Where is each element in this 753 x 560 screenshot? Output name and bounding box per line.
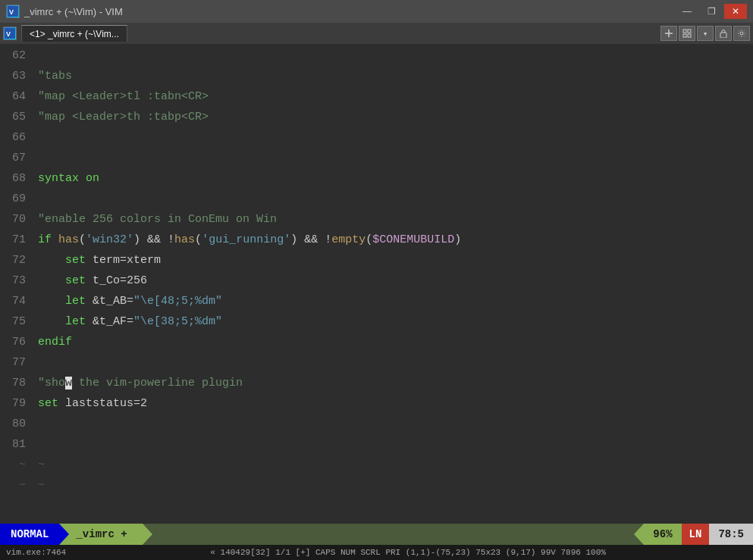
svg-text:V: V bbox=[9, 8, 14, 16]
svg-rect-7 bbox=[688, 30, 691, 33]
dropdown-button[interactable]: ▾ bbox=[697, 26, 714, 41]
status-center-info: « 140429[32] 1/1 [+] CAPS NUM SCRL PRI (… bbox=[69, 548, 747, 557]
svg-rect-10 bbox=[720, 33, 726, 38]
code-content: "tabs"map <Leader>tl :tabn<CR>"map <Lead… bbox=[32, 44, 753, 524]
settings-button[interactable] bbox=[733, 26, 750, 41]
toolbar-buttons: ▾ bbox=[660, 26, 750, 41]
title-bar-left: V _vimrc + (~\Vim) - VIM bbox=[6, 5, 123, 18]
tab-bar: V <1> _vimrc + (~\Vim... ▾ bbox=[0, 23, 753, 44]
restore-button[interactable]: ❐ bbox=[700, 4, 723, 19]
vim-icon: V bbox=[6, 5, 20, 18]
svg-rect-6 bbox=[683, 30, 686, 33]
status-percent: 96% bbox=[644, 524, 681, 545]
window-title: _vimrc + (~\Vim) - VIM bbox=[24, 6, 123, 17]
window-controls: — ❐ ✕ bbox=[676, 4, 747, 19]
process-info: vim.exe:7464 bbox=[6, 548, 66, 557]
active-tab[interactable]: <1> _vimrc + (~\Vim... bbox=[21, 25, 127, 42]
lock-button[interactable] bbox=[715, 26, 732, 41]
add-tab-button[interactable] bbox=[660, 26, 677, 41]
title-bar: V _vimrc + (~\Vim) - VIM — ❐ ✕ bbox=[0, 0, 753, 23]
tab-bar-right: ▾ bbox=[660, 26, 750, 41]
svg-rect-9 bbox=[688, 34, 691, 37]
tab-label: <1> _vimrc + (~\Vim... bbox=[30, 29, 119, 39]
editor: 62 63 64 65 66 67 68 69 70 71 72 73 74 7… bbox=[0, 44, 753, 524]
status-mode: NORMAL bbox=[0, 524, 59, 545]
status-middle bbox=[143, 524, 645, 545]
line-numbers: 62 63 64 65 66 67 68 69 70 71 72 73 74 7… bbox=[0, 44, 32, 524]
svg-rect-8 bbox=[683, 34, 686, 37]
layout-button[interactable] bbox=[679, 26, 695, 41]
status-position: 78:5 bbox=[709, 524, 753, 545]
minimize-button[interactable]: — bbox=[676, 4, 698, 19]
code-area[interactable]: 62 63 64 65 66 67 68 69 70 71 72 73 74 7… bbox=[0, 44, 753, 524]
tab-bar-icon: V bbox=[3, 27, 17, 40]
status-ln-label: LN bbox=[682, 524, 710, 545]
svg-point-11 bbox=[740, 32, 743, 35]
status-bar: NORMAL _vimrc + 96% LN 78:5 bbox=[0, 524, 753, 545]
status-filename: _vimrc + bbox=[59, 524, 142, 545]
svg-text:V: V bbox=[6, 30, 11, 38]
close-button[interactable]: ✕ bbox=[724, 4, 747, 19]
info-bar: vim.exe:7464 « 140429[32] 1/1 [+] CAPS N… bbox=[0, 545, 753, 560]
